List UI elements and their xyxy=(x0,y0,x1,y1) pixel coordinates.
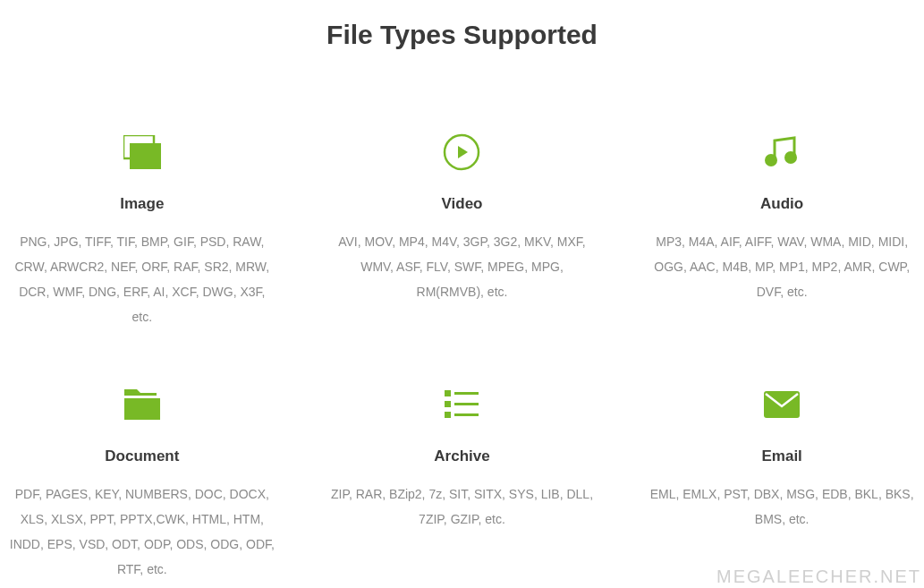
watermark: MEGALEECHER.NET xyxy=(716,567,921,587)
card-title: Document xyxy=(105,447,179,465)
card-description: AVI, MOV, MP4, M4V, 3GP, 3G2, MKV, MXF, … xyxy=(329,229,596,304)
svg-rect-5 xyxy=(124,398,160,420)
card-image: Image PNG, JPG, TIFF, TIF, BMP, GIF, PSD… xyxy=(9,131,276,329)
card-title: Archive xyxy=(434,447,489,465)
card-description: PNG, JPG, TIFF, TIF, BMP, GIF, PSD, RAW,… xyxy=(9,229,276,329)
card-video: Video AVI, MOV, MP4, M4V, 3GP, 3G2, MKV,… xyxy=(329,131,596,329)
archive-icon xyxy=(445,383,479,426)
video-icon xyxy=(443,131,480,174)
svg-point-4 xyxy=(784,151,797,164)
card-description: ZIP, RAR, BZip2, 7z, SIT, SITX, SYS, LIB… xyxy=(329,481,596,532)
card-archive: Archive ZIP, RAR, BZip2, 7z, SIT, SITX, … xyxy=(329,383,596,582)
file-type-grid: Image PNG, JPG, TIFF, TIF, BMP, GIF, PSD… xyxy=(0,59,924,582)
card-title: Image xyxy=(120,195,164,213)
svg-rect-11 xyxy=(454,413,479,416)
email-icon xyxy=(764,383,800,426)
svg-rect-7 xyxy=(454,392,479,395)
card-audio: Audio MP3, M4A, AIF, AIFF, WAV, WMA, MID… xyxy=(648,131,915,329)
card-title: Video xyxy=(442,195,483,213)
card-description: MP3, M4A, AIF, AIFF, WAV, WMA, MID, MIDI… xyxy=(648,229,915,304)
card-description: PDF, PAGES, KEY, NUMBERS, DOC, DOCX, XLS… xyxy=(9,481,276,582)
card-description: EML, EMLX, PST, DBX, MSG, EDB, BKL, BKS,… xyxy=(648,481,915,532)
card-document: Document PDF, PAGES, KEY, NUMBERS, DOC, … xyxy=(9,383,276,582)
svg-rect-8 xyxy=(445,401,451,407)
card-email: Email EML, EMLX, PST, DBX, MSG, EDB, BKL… xyxy=(648,383,915,582)
audio-icon xyxy=(764,131,800,174)
svg-rect-1 xyxy=(130,143,161,169)
svg-point-3 xyxy=(765,154,777,166)
image-icon xyxy=(123,131,161,174)
svg-rect-9 xyxy=(454,403,479,405)
svg-rect-6 xyxy=(445,390,451,396)
card-title: Audio xyxy=(760,195,803,213)
svg-rect-10 xyxy=(445,412,451,418)
page-title: File Types Supported xyxy=(0,0,924,59)
svg-rect-12 xyxy=(764,391,800,418)
document-icon xyxy=(124,383,160,426)
card-title: Email xyxy=(761,447,801,465)
